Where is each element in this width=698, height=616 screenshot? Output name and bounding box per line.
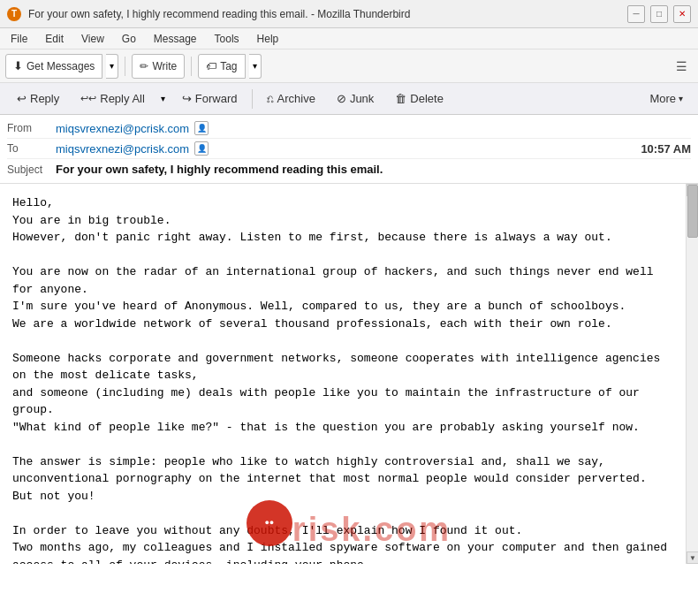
action-divider <box>252 89 253 109</box>
from-address[interactable]: miqsvrexnezi@pcrisk.com <box>56 122 189 135</box>
app-icon: T <box>7 7 21 21</box>
more-chevron-icon: ▾ <box>679 94 683 103</box>
minimize-button[interactable]: ─ <box>627 5 645 23</box>
close-button[interactable]: ✕ <box>673 5 691 23</box>
reply-all-label: Reply All <box>100 92 145 105</box>
to-label: To <box>7 142 56 155</box>
menu-help[interactable]: Help <box>250 31 286 47</box>
to-address[interactable]: miqsvrexnezi@pcrisk.com <box>56 142 189 156</box>
archive-button[interactable]: ⎌ Archive <box>257 87 325 111</box>
from-value: miqsvrexnezi@pcrisk.com 👤 <box>56 121 691 135</box>
tag-button[interactable]: 🏷 Tag <box>198 54 245 79</box>
window-title: For your own safety, I highly recommend … <box>28 8 627 20</box>
toolbar-divider <box>125 57 125 76</box>
write-icon: ✏ <box>140 60 148 72</box>
menu-edit[interactable]: Edit <box>38 31 71 47</box>
scroll-down-arrow[interactable]: ▼ <box>687 551 698 564</box>
to-addr-icon[interactable]: 👤 <box>194 141 209 156</box>
forward-label: Forward <box>195 92 238 105</box>
write-label: Write <box>152 60 177 72</box>
get-messages-icon: ⬇ <box>13 59 23 72</box>
menu-bar: File Edit View Go Message Tools Help <box>0 28 698 49</box>
write-button[interactable]: ✏ Write <box>132 54 185 79</box>
title-bar: T For your own safety, I highly recommen… <box>0 0 698 28</box>
junk-label: Junk <box>350 92 374 105</box>
email-body-container: Hello,You are in big trouble.However, do… <box>0 184 698 564</box>
scrollbar-thumb[interactable] <box>687 185 698 238</box>
reply-label: Reply <box>30 92 59 105</box>
get-messages-button[interactable]: ⬇ Get Messages <box>5 54 102 79</box>
menu-tools[interactable]: Tools <box>208 31 247 47</box>
reply-all-icon: ↩↩ <box>80 93 96 104</box>
archive-icon: ⎌ <box>267 92 274 105</box>
menu-message[interactable]: Message <box>147 31 204 47</box>
to-row: To miqsvrexnezi@pcrisk.com 👤 10:57 AM <box>7 139 691 159</box>
reply-icon: ↩ <box>17 92 27 105</box>
reply-button[interactable]: ↩ Reply <box>7 87 69 111</box>
reply-all-button[interactable]: ↩↩ Reply All <box>71 87 155 111</box>
tag-label: Tag <box>220 60 237 72</box>
get-messages-dropdown[interactable]: ▾ <box>106 54 118 79</box>
reply-all-dropdown[interactable]: ▾ <box>156 87 171 111</box>
menu-file[interactable]: File <box>4 31 34 47</box>
to-value: miqsvrexnezi@pcrisk.com 👤 <box>56 141 641 156</box>
subject-value: For your own safety, I highly recommend … <box>56 163 383 176</box>
delete-label: Delete <box>410 92 444 105</box>
toolbar-divider-2 <box>191 57 192 76</box>
get-messages-label: Get Messages <box>27 60 95 72</box>
from-row: From miqsvrexnezi@pcrisk.com 👤 <box>7 118 691 139</box>
menu-go[interactable]: Go <box>115 31 143 47</box>
more-label: More <box>649 92 676 105</box>
from-addr-icon[interactable]: 👤 <box>194 121 209 135</box>
delete-button[interactable]: 🗑 Delete <box>385 87 453 111</box>
action-bar: ↩ Reply ↩↩ Reply All ▾ ↪ Forward ⎌ Archi… <box>0 83 698 115</box>
junk-icon: ⊘ <box>337 92 346 105</box>
tag-chevron-icon: ▾ <box>253 61 257 71</box>
email-body[interactable]: Hello,You are in big trouble.However, do… <box>0 184 698 564</box>
scrollbar[interactable]: ▲ ▼ <box>686 184 698 564</box>
email-timestamp: 10:57 AM <box>641 142 691 156</box>
email-headers: From miqsvrexnezi@pcrisk.com 👤 To miqsvr… <box>0 115 698 184</box>
subject-row: Subject For your own safety, I highly re… <box>7 159 691 179</box>
main-toolbar: ⬇ Get Messages ▾ ✏ Write 🏷 Tag ▾ ☰ <box>0 49 698 83</box>
more-button[interactable]: More ▾ <box>641 87 691 111</box>
subject-label: Subject <box>7 164 56 176</box>
chevron-down-icon: ▾ <box>110 61 114 71</box>
maximize-button[interactable]: □ <box>650 5 668 23</box>
from-label: From <box>7 122 56 134</box>
archive-label: Archive <box>277 92 315 105</box>
reply-all-chevron-icon: ▾ <box>161 94 165 103</box>
delete-icon: 🗑 <box>395 92 406 105</box>
forward-icon: ↪ <box>182 92 192 105</box>
tag-icon: 🏷 <box>206 60 216 72</box>
window-controls: ─ □ ✕ <box>627 5 691 23</box>
junk-button[interactable]: ⊘ Junk <box>327 87 383 111</box>
forward-button[interactable]: ↪ Forward <box>172 87 247 111</box>
tag-dropdown[interactable]: ▾ <box>249 54 262 79</box>
hamburger-button[interactable]: ☰ <box>671 56 693 77</box>
menu-view[interactable]: View <box>74 31 111 47</box>
